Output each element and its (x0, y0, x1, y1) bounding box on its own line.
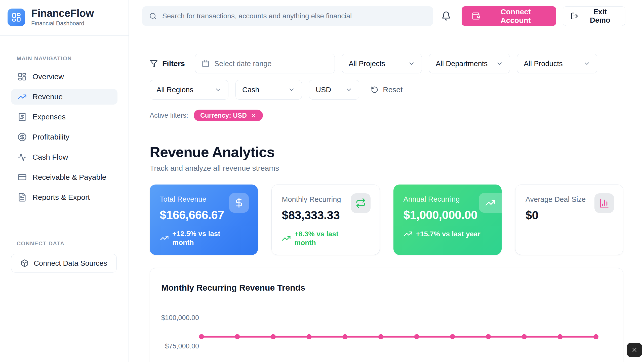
chart-point (342, 334, 347, 339)
sidebar-item-overview[interactable]: Overview (11, 69, 117, 84)
trending-up-icon (18, 92, 27, 101)
trending-up-icon (485, 198, 496, 208)
section-divider (142, 132, 631, 132)
activity-icon (18, 153, 27, 162)
sidebar-item-label: Overview (32, 72, 64, 81)
brand-header: FinanceFlow Financial Dashboard (0, 0, 129, 36)
metric-icon-box (594, 193, 614, 213)
filters-row-1: Filters Select date range All Projects A… (150, 54, 623, 73)
file-text-icon (18, 193, 27, 202)
chevron-down-icon (583, 60, 590, 67)
metric-card-annual-recurring: Annual Recurring $1,000,000.00 +15.7% vs… (393, 185, 502, 255)
payment-method-select[interactable]: Cash (235, 80, 302, 100)
layout-dashboard-icon (11, 12, 21, 22)
chart-point (557, 334, 562, 339)
page-title: Revenue Analytics (150, 144, 623, 160)
active-filters-label: Active filters: (150, 112, 188, 119)
chart-point (378, 334, 383, 339)
financeflow-app: { "brand": { "name": "FinanceFlow", "sub… (0, 0, 644, 362)
filters-row-2: All Regions Cash USD Reset (150, 80, 623, 100)
chart-point (271, 334, 276, 339)
connect-data-sources-button[interactable]: Connect Data Sources (11, 254, 117, 273)
products-select[interactable]: All Products (517, 54, 597, 73)
app-logo (8, 9, 25, 26)
trending-up-icon (160, 234, 169, 243)
metric-icon-box (351, 193, 371, 213)
currency-select[interactable]: USD (309, 80, 359, 100)
app-subtitle: Financial Dashboard (31, 20, 94, 27)
exit-demo-button[interactable]: Exit Demo (563, 6, 625, 26)
chart-point (235, 334, 240, 339)
layout-dashboard-icon (18, 72, 27, 81)
chart-point (486, 334, 491, 339)
global-search[interactable] (142, 6, 433, 26)
metric-change: +8.3% vs last month (282, 230, 369, 247)
notifications-bell-icon[interactable] (441, 11, 451, 21)
chart-point (522, 334, 527, 339)
reset-label: Reset (383, 85, 403, 94)
connect-data-sources-label: Connect Data Sources (34, 259, 107, 267)
metric-card-total-revenue: Total Revenue $166,666.67 +12.5% vs last… (150, 185, 258, 255)
credit-card-icon (18, 173, 27, 182)
sidebar-item-receivable-payable[interactable]: Receivable & Payable (11, 169, 117, 185)
chevron-down-icon (496, 60, 503, 67)
active-filters-row: Active filters: Currency: USD (150, 110, 623, 121)
sidebar-item-cash-flow[interactable]: Cash Flow (11, 149, 117, 165)
chart-point (450, 334, 455, 339)
top-header: Connect Account Exit Demo (129, 0, 644, 32)
sidebar: FinanceFlow Financial Dashboard MAIN NAV… (0, 0, 129, 362)
sidebar-item-label: Cash Flow (32, 153, 68, 161)
connect-section-label: CONNECT DATA (17, 240, 129, 247)
sidebar-item-expenses[interactable]: Expenses (11, 109, 117, 125)
chart-point (593, 334, 598, 339)
y-axis-tick-label: $100,000.00 (161, 314, 199, 322)
chart-point (307, 334, 312, 339)
metric-label: Annual Recurring (404, 195, 492, 203)
reset-filters-button[interactable]: Reset (371, 85, 403, 94)
currency-filter-chip[interactable]: Currency: USD (194, 110, 263, 121)
mrr-trends-chart-card: Monthly Recurring Revenue Trends $100,00… (150, 268, 623, 362)
sidebar-item-label: Reports & Export (32, 193, 90, 202)
sidebar-item-label: Profitability (32, 133, 69, 141)
search-input[interactable] (162, 12, 426, 20)
bar-chart-icon (599, 198, 610, 208)
chart-point (414, 334, 419, 339)
rotate-ccw-icon (371, 86, 378, 94)
logout-icon (571, 12, 578, 20)
search-icon (149, 12, 157, 20)
sidebar-item-label: Revenue (32, 93, 63, 101)
sidebar-item-label: Expenses (32, 113, 66, 121)
sidebar-item-profitability[interactable]: Profitability (11, 129, 117, 145)
sidebar-item-reports-export[interactable]: Reports & Export (11, 190, 117, 205)
metric-change: +12.5% vs last month (160, 229, 248, 247)
calendar-icon (202, 60, 209, 67)
chevron-down-icon (288, 86, 295, 93)
sidebar-item-revenue[interactable]: Revenue (11, 89, 117, 105)
metric-cards: Total Revenue $166,666.67 +12.5% vs last… (150, 185, 623, 255)
chart-point (199, 334, 204, 339)
connect-account-label: Connect Account (485, 8, 546, 25)
connect-account-button[interactable]: Connect Account (462, 6, 556, 26)
date-range-placeholder: Select date range (214, 60, 271, 68)
dollar-sign-icon (234, 198, 244, 208)
wallet-icon (472, 12, 480, 20)
projects-select[interactable]: All Projects (342, 54, 422, 73)
metric-card-monthly-recurring: Monthly Recurring $83,333.33 +8.3% vs la… (271, 185, 380, 255)
main-navigation: Overview Revenue Expenses Profitability … (0, 69, 129, 205)
departments-select[interactable]: All Departments (429, 54, 510, 73)
receipt-icon (18, 112, 27, 121)
date-range-input[interactable]: Select date range (195, 54, 335, 73)
floating-close-button[interactable] (627, 343, 642, 357)
page-subtitle: Track and analyze all revenue streams (150, 164, 623, 172)
metric-icon-box (229, 193, 249, 213)
regions-select[interactable]: All Regions (150, 80, 228, 100)
close-icon[interactable] (251, 113, 256, 118)
y-axis-tick-label: $75,000.00 (165, 342, 199, 350)
sidebar-item-label: Receivable & Payable (32, 173, 106, 182)
metric-change: +15.7% vs last year (404, 229, 492, 238)
filters-label: Filters (150, 59, 185, 68)
repeat-icon (355, 198, 366, 208)
chevron-down-icon (215, 86, 222, 93)
app-title: FinanceFlow (31, 8, 94, 19)
nav-section-label: MAIN NAVIGATION (17, 55, 129, 62)
